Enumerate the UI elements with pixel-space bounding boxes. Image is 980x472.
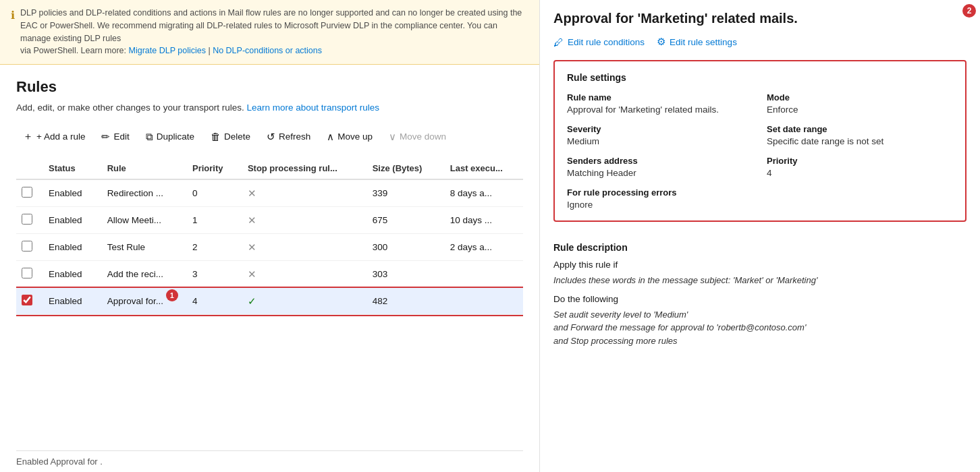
status-bar: Enabled Approval for . [16,450,523,472]
row-stop-2: ✕ [240,234,364,261]
setting-severity: Severity Medium [567,124,753,146]
panel-title: Approval for 'Marketing' related mails. [553,11,967,26]
row-status-4: Enabled [40,288,99,315]
duplicate-button[interactable]: ⧉ Duplicate [139,127,201,147]
row-last-2: 2 days a... [442,234,523,261]
chevron-down-icon: ∨ [389,131,396,143]
move-down-button[interactable]: ∨ Move down [382,127,453,147]
edit-icon: ✏ [101,131,110,143]
apply-if-text: Includes these words in the message subj… [553,274,967,287]
edit-rule-settings-button[interactable]: ⚙ Edit rule settings [657,36,737,48]
row-size-3: 303 [364,261,442,288]
add-icon: ＋ [23,130,33,143]
no-dlp-conditions-link[interactable]: No DLP-conditions or actions [213,46,322,55]
warning-text: DLP policies and DLP-related conditions … [20,7,528,57]
row-last-3 [442,261,523,288]
row-priority-1: 1 [184,207,240,234]
row-stop-0: ✕ [240,179,364,207]
setting-mode: Mode Enforce [767,92,953,115]
row-checkbox-1[interactable] [22,214,32,225]
apply-if-label: Apply this rule if [553,260,967,270]
row-checkbox-2[interactable] [22,241,32,252]
migrate-dlp-link[interactable]: Migrate DLP policies [129,46,206,55]
rules-table-wrapper: Status Rule Priority Stop processing rul… [16,158,523,448]
page-subtitle: Add, edit, or make other changes to your… [16,102,523,113]
table-row-selected[interactable]: Enabled Approval for... 1 4 ✓ 482 [16,288,523,315]
row-size-2: 300 [364,234,442,261]
row-status-1: Enabled [40,207,99,234]
rules-content: Rules Add, edit, or make other changes t… [0,65,539,472]
warning-banner: ℹ DLP policies and DLP-related condition… [0,0,539,65]
col-rule: Rule [99,158,184,179]
rule-settings-title: Rule settings [567,72,953,83]
row-status-2: Enabled [40,234,99,261]
row-stop-3: ✕ [240,261,364,288]
table-row[interactable]: Enabled Redirection ... 0 ✕ 339 8 days a… [16,179,523,207]
select-all-header [16,158,40,179]
row-rule-1: Allow Meeti... [99,207,184,234]
row-size-1: 675 [364,207,442,234]
row-priority-4: 4 [184,288,240,315]
rule-description-title: Rule description [553,242,967,253]
delete-icon: 🗑 [211,131,221,142]
row-rule-3: Add the reci... [99,261,184,288]
delete-button[interactable]: 🗑 Delete [204,127,257,146]
warning-icon: ℹ [11,7,15,57]
table-row[interactable]: Enabled Allow Meeti... 1 ✕ 675 10 days .… [16,207,523,234]
row-last-1: 10 days ... [442,207,523,234]
row-rule-0: Redirection ... [99,179,184,207]
setting-rule-name: Rule name Approval for 'Marketing' relat… [567,92,753,115]
duplicate-icon: ⧉ [146,131,153,143]
setting-date-range: Set date range Specific date range is no… [767,124,953,146]
row-checkbox-3[interactable] [22,268,32,278]
edit-conditions-icon: 🖊 [553,36,564,48]
rule-name-4: Approval for... [107,296,163,306]
rule-description: Rule description Apply this rule if Incl… [553,242,967,354]
settings-grid: Rule name Approval for 'Marketing' relat… [567,92,953,178]
refresh-icon: ↺ [267,131,275,143]
table-row[interactable]: Enabled Add the reci... 3 ✕ 303 [16,261,523,288]
do-following-label: Do the following [553,294,967,304]
row-status-3: Enabled [40,261,99,288]
left-panel: ℹ DLP policies and DLP-related condition… [0,0,540,472]
refresh-button[interactable]: ↺ Refresh [260,127,317,147]
edit-rule-conditions-button[interactable]: 🖊 Edit rule conditions [553,36,645,48]
row-badge-1: 1 [166,289,178,301]
table-row[interactable]: Enabled Test Rule 2 ✕ 300 2 days a... [16,234,523,261]
col-stop: Stop processing rul... [240,158,364,179]
chevron-up-icon: ∧ [327,131,334,143]
row-stop-1: ✕ [240,207,364,234]
toolbar: ＋ + Add a rule ✏ Edit ⧉ Duplicate 🗑 Dele… [16,126,523,147]
row-last-4 [442,288,523,315]
settings-gear-icon: ⚙ [657,36,665,48]
rule-settings-box: Rule settings Rule name Approval for 'Ma… [553,60,967,222]
do-following-text: Set audit severity level to 'Medium' and… [553,308,967,348]
row-rule-2: Test Rule [99,234,184,261]
page-title: Rules [16,78,523,96]
row-priority-0: 0 [184,179,240,207]
setting-senders-address: Senders address Matching Header [567,156,753,178]
row-checkbox-0[interactable] [22,187,32,198]
row-status-0: Enabled [40,179,99,207]
row-last-0: 8 days a... [442,179,523,207]
row-rule-4: Approval for... 1 [99,288,184,315]
row-priority-3: 3 [184,261,240,288]
col-priority: Priority [184,158,240,179]
add-rule-button[interactable]: ＋ + Add a rule [16,126,92,147]
row-size-4: 482 [364,288,442,315]
move-up-button[interactable]: ∧ Move up [320,127,379,147]
row-size-0: 339 [364,179,442,207]
panel-badge-2: 2 [962,4,976,18]
row-stop-4: ✓ [240,288,364,315]
panel-actions: 🖊 Edit rule conditions ⚙ Edit rule setti… [553,36,967,48]
col-size: Size (Bytes) [364,158,442,179]
col-last: Last execu... [442,158,523,179]
learn-more-link[interactable]: Learn more about transport rules [246,102,379,113]
edit-button[interactable]: ✏ Edit [94,127,136,147]
setting-processing-errors: For rule processing errors Ignore [567,187,953,210]
col-status: Status [40,158,99,179]
row-checkbox-4[interactable] [22,295,32,305]
right-panel: 2 Approval for 'Marketing' related mails… [540,0,980,472]
rules-table: Status Rule Priority Stop processing rul… [16,158,523,315]
setting-priority: Priority 4 [767,156,953,178]
